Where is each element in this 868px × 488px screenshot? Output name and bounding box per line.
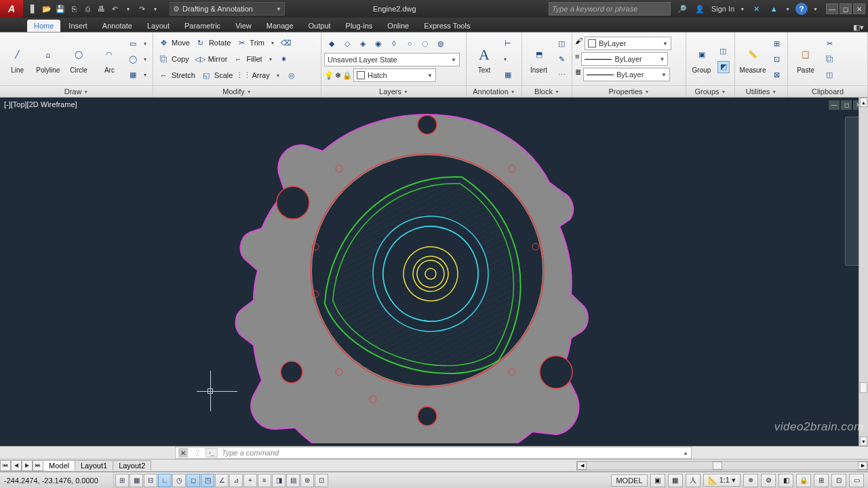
lineweight-select[interactable]: ByLayer▼ <box>581 52 668 66</box>
tab-annotate[interactable]: Annotate <box>96 20 139 32</box>
workspace-selector[interactable]: ⚙ Drafting & Annotation ▼ <box>170 2 285 16</box>
app-logo[interactable]: A <box>0 0 23 18</box>
dropdown-caret[interactable]: ▾ <box>140 36 150 51</box>
util2-button[interactable]: ⊡ <box>769 52 784 66</box>
circle-button[interactable]: ◯Circle <box>64 35 94 83</box>
command-line-input[interactable]: ✕ ⋮ ›_ Type a command ▲ <box>175 447 692 459</box>
qat-save-icon[interactable]: 💾 <box>54 3 66 15</box>
status-toolbar-icon[interactable]: ◧ <box>778 474 793 487</box>
help-search-input[interactable]: Type a keyword or phrase <box>549 2 671 16</box>
layer-lock-icon[interactable]: 🔒 <box>342 71 352 80</box>
help-icon[interactable]: ? <box>795 3 808 15</box>
attr-block-button[interactable]: ⋯ <box>554 67 569 82</box>
status-grid2-icon[interactable]: ▦ <box>668 474 683 487</box>
qat-saveas-icon[interactable]: ⎘ <box>68 3 80 15</box>
qat-plot-icon[interactable]: ⎙ <box>81 3 94 15</box>
cmd-close-icon[interactable]: ✕ <box>178 448 188 458</box>
layout1-tab[interactable]: Layout1 <box>75 460 113 470</box>
insert-button[interactable]: ⬒Insert <box>525 35 553 83</box>
match-prop-icon[interactable]: 🖌 <box>575 37 583 50</box>
status-qp-icon[interactable]: ▤ <box>286 474 300 487</box>
panel-title-draw[interactable]: Draw▼ <box>0 85 153 97</box>
fillet-button[interactable]: ⌐Fillet <box>231 52 264 66</box>
array-button[interactable]: ⋮⋮Array <box>236 68 271 83</box>
qat-caret2-icon[interactable]: ▼ <box>149 3 161 15</box>
ellipse-button[interactable]: ◯ <box>125 52 140 66</box>
qat-open-icon[interactable]: 📂 <box>41 3 53 15</box>
line-button[interactable]: ╱Line <box>3 35 32 83</box>
status-grid-icon[interactable]: ⊟ <box>144 474 157 487</box>
drawing-viewport[interactable]: [-][Top][2D Wireframe] — ◻ ✕ ▲▼ <box>0 98 868 446</box>
status-lock-icon[interactable]: 🔒 <box>796 474 811 487</box>
tab-next-button[interactable]: ▶ <box>22 460 33 471</box>
cmd-handle-icon[interactable]: ⋮ <box>192 448 201 458</box>
infocenter-icon[interactable]: 🔎 <box>676 3 688 15</box>
vertical-scrollbar[interactable]: ▲▼ <box>859 98 868 446</box>
stretch-button[interactable]: ↔Stretch <box>156 68 197 83</box>
qat-undo-icon[interactable]: ↶ <box>108 3 121 15</box>
layer-tool-icon[interactable]: ◉ <box>371 36 386 51</box>
chevron-down-icon[interactable]: ▼ <box>785 7 790 12</box>
panel-title-properties[interactable]: Properties▼ <box>572 85 686 97</box>
chevron-down-icon[interactable]: ▼ <box>740 7 745 12</box>
status-ws-icon[interactable]: ⚙ <box>761 474 776 487</box>
ribbon-panel-icon[interactable]: ◧▾ <box>853 23 864 32</box>
dim-button[interactable]: ⊢ <box>500 36 515 51</box>
text-button[interactable]: AText <box>469 35 499 83</box>
erase-button[interactable]: ⌫ <box>279 35 294 50</box>
layer-tool-icon[interactable]: ◇ <box>340 36 355 51</box>
close-button[interactable]: ✕ <box>853 3 865 14</box>
tab-layout[interactable]: Layout <box>140 20 176 32</box>
color-select[interactable]: ByLayer▼ <box>585 37 671 50</box>
cmd-history-caret[interactable]: ▲ <box>683 450 688 456</box>
dropdown-caret[interactable]: ▾ <box>140 52 150 66</box>
mirror-button[interactable]: ◁▷Mirror <box>193 52 230 66</box>
tab-express[interactable]: Express Tools <box>417 20 477 32</box>
tab-prev-button[interactable]: ◀ <box>11 460 22 471</box>
group-button[interactable]: ▣Group <box>689 35 714 83</box>
cut-button[interactable]: ✂ <box>822 36 837 51</box>
status-otrack-icon[interactable]: ∠ <box>215 474 229 487</box>
move-button[interactable]: ✥Move <box>156 35 192 50</box>
dropdown-caret[interactable]: ▾ <box>273 68 283 83</box>
util1-button[interactable]: ⊞ <box>769 36 784 51</box>
arc-button[interactable]: ◠Arc <box>95 35 124 83</box>
status-iso-icon[interactable]: ⊡ <box>831 474 846 487</box>
status-osnap-icon[interactable]: ◻ <box>186 474 200 487</box>
scale-button[interactable]: ◱Scale <box>199 68 235 83</box>
status-3dosnap-icon[interactable]: ◳ <box>201 474 214 487</box>
polyline-button[interactable]: ⩍Polyline <box>33 35 62 83</box>
ungroup-button[interactable]: ◫ <box>715 44 732 59</box>
rotate-button[interactable]: ↻Rotate <box>193 35 233 50</box>
tab-first-button[interactable]: ⏮ <box>0 460 11 471</box>
panel-title-block[interactable]: Block▼ <box>522 85 572 97</box>
tab-last-button[interactable]: ⏭ <box>33 460 43 471</box>
model-tab[interactable]: Model <box>43 460 75 470</box>
dropdown-caret[interactable]: ▾ <box>500 52 510 66</box>
layer-current-select[interactable]: Hatch▼ <box>353 68 436 82</box>
status-infer-icon[interactable]: ⊞ <box>115 474 129 487</box>
paste-button[interactable]: 📋Paste <box>791 35 821 83</box>
panel-title-annotation[interactable]: Annotation▼ <box>467 85 521 97</box>
dropdown-caret[interactable]: ▾ <box>266 52 275 66</box>
status-dyn-icon[interactable]: + <box>243 474 257 487</box>
panel-title-modify[interactable]: Modify▼ <box>153 85 321 97</box>
tab-plugins[interactable]: Plug-ins <box>339 20 380 32</box>
explode-button[interactable]: ✷ <box>277 52 292 66</box>
qat-caret-icon[interactable]: ▼ <box>122 3 134 15</box>
rectangle-button[interactable]: ▭ <box>125 36 140 51</box>
layer-tool-icon[interactable]: ◌ <box>418 36 433 51</box>
tab-online[interactable]: Online <box>380 20 416 32</box>
layer-tool-icon[interactable]: ○ <box>402 36 417 51</box>
tab-manage[interactable]: Manage <box>260 20 300 32</box>
status-hw-icon[interactable]: ⊞ <box>814 474 829 487</box>
tab-home[interactable]: Home <box>27 20 60 32</box>
panel-title-utilities[interactable]: Utilities▼ <box>735 85 787 97</box>
status-space[interactable]: MODEL <box>611 474 647 487</box>
status-sc-icon[interactable]: ⊕ <box>300 474 314 487</box>
group-edit-button[interactable]: ◩ <box>715 60 732 75</box>
status-anno-icon[interactable]: 人 <box>686 474 701 487</box>
tab-insert[interactable]: Insert <box>62 20 94 32</box>
layer-bulb-icon[interactable]: 💡 <box>324 71 334 80</box>
status-ducs-icon[interactable]: ⊿ <box>229 474 243 487</box>
